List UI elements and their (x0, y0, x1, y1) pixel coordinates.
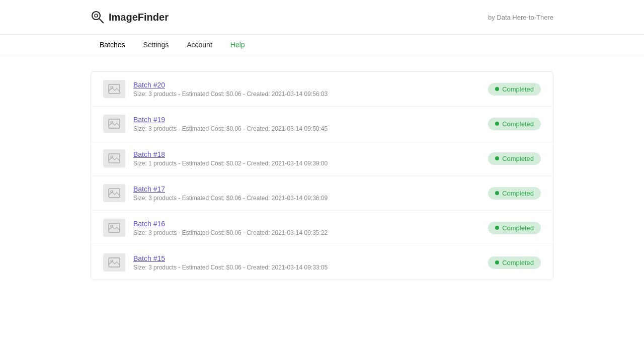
svg-rect-5 (109, 119, 120, 128)
status-label: Completed (502, 120, 534, 128)
status-badge: Completed (488, 118, 541, 130)
logo-text: ImageFinder (109, 12, 169, 23)
batch-title[interactable]: Batch #20 (133, 81, 480, 89)
batch-info: Batch #15 Size: 3 products - Estimated C… (133, 254, 480, 271)
batch-item: Batch #15 Size: 3 products - Estimated C… (91, 245, 553, 280)
svg-line-1 (99, 19, 103, 23)
batch-title[interactable]: Batch #16 (133, 220, 480, 228)
image-icon (108, 188, 120, 198)
batch-thumbnail (103, 115, 125, 133)
svg-point-2 (95, 14, 98, 17)
status-badge: Completed (488, 222, 541, 234)
nav-settings[interactable]: Settings (134, 35, 178, 56)
nav-account[interactable]: Account (178, 35, 221, 56)
image-icon (108, 153, 120, 163)
batch-thumbnail (103, 184, 125, 202)
batch-title[interactable]: Batch #19 (133, 116, 480, 124)
logo-icon (91, 10, 105, 24)
image-icon (108, 119, 120, 129)
batch-thumbnail (103, 149, 125, 167)
batch-thumbnail (103, 253, 125, 272)
batch-title[interactable]: Batch #17 (133, 185, 480, 193)
svg-rect-3 (109, 84, 120, 94)
batch-meta: Size: 3 products - Estimated Cost: $0.06… (133, 195, 480, 202)
batch-title[interactable]: Batch #18 (133, 150, 480, 158)
logo-area: ImageFinder (91, 10, 169, 24)
status-badge: Completed (488, 83, 541, 96)
main-content: Batch #20 Size: 3 products - Estimated C… (0, 56, 644, 295)
batch-info: Batch #16 Size: 3 products - Estimated C… (133, 220, 480, 236)
status-label: Completed (502, 224, 534, 232)
status-label: Completed (502, 155, 534, 162)
batch-thumbnail (103, 219, 125, 237)
main-nav: Batches Settings Account Help (0, 35, 644, 56)
batch-thumbnail (103, 80, 125, 98)
status-badge: Completed (488, 187, 541, 200)
batch-info: Batch #17 Size: 3 products - Estimated C… (133, 185, 480, 202)
batch-item: Batch #19 Size: 3 products - Estimated C… (91, 107, 553, 141)
nav-help[interactable]: Help (221, 35, 254, 56)
batch-item: Batch #16 Size: 3 products - Estimated C… (91, 211, 553, 245)
status-dot (495, 191, 499, 195)
svg-rect-13 (109, 258, 120, 267)
svg-rect-9 (109, 189, 120, 198)
status-dot (495, 156, 499, 160)
batch-list: Batch #20 Size: 3 products - Estimated C… (91, 71, 553, 280)
batch-info: Batch #18 Size: 1 products - Estimated C… (133, 150, 480, 167)
status-badge: Completed (488, 152, 541, 165)
batch-meta: Size: 3 products - Estimated Cost: $0.06… (133, 90, 480, 98)
header: ImageFinder by Data Here-to-There (0, 0, 644, 35)
nav-batches[interactable]: Batches (91, 35, 134, 56)
batch-meta: Size: 3 products - Estimated Cost: $0.06… (133, 229, 480, 236)
status-dot (495, 122, 499, 126)
image-icon (108, 84, 120, 94)
svg-rect-7 (109, 154, 120, 163)
image-icon (108, 257, 120, 267)
status-label: Completed (502, 85, 534, 93)
batch-item: Batch #17 Size: 3 products - Estimated C… (91, 176, 553, 211)
batch-meta: Size: 3 products - Estimated Cost: $0.06… (133, 125, 480, 132)
status-label: Completed (502, 190, 534, 197)
status-label: Completed (502, 259, 534, 266)
batch-meta: Size: 1 products - Estimated Cost: $0.02… (133, 160, 480, 167)
batch-meta: Size: 3 products - Estimated Cost: $0.06… (133, 264, 480, 271)
status-badge: Completed (488, 256, 541, 269)
status-dot (495, 260, 499, 264)
svg-rect-11 (109, 223, 120, 232)
batch-item: Batch #18 Size: 1 products - Estimated C… (91, 141, 553, 176)
batch-title[interactable]: Batch #15 (133, 254, 480, 262)
status-dot (495, 87, 499, 91)
image-icon (108, 223, 120, 233)
batch-item: Batch #20 Size: 3 products - Estimated C… (91, 72, 553, 107)
batch-info: Batch #20 Size: 3 products - Estimated C… (133, 81, 480, 98)
status-dot (495, 226, 499, 230)
by-text: by Data Here-to-There (488, 14, 553, 21)
batch-info: Batch #19 Size: 3 products - Estimated C… (133, 116, 480, 132)
